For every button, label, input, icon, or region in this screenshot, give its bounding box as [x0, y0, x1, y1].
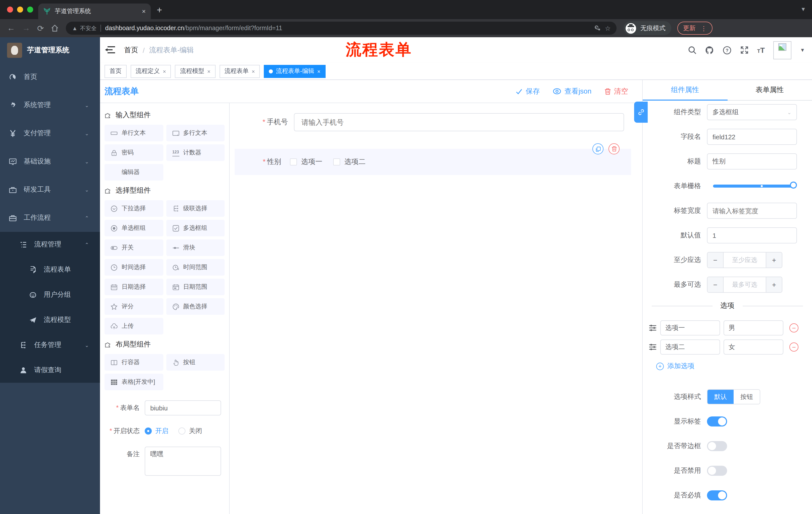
- breadcrumb-home[interactable]: 首页: [124, 46, 138, 55]
- tag-process-form-edit[interactable]: 流程表单-编辑×: [264, 64, 326, 78]
- grid-slider[interactable]: [713, 185, 793, 188]
- max-select-stepper[interactable]: −最多可选+: [707, 277, 782, 293]
- tag-close-icon[interactable]: ×: [207, 68, 210, 74]
- palette-item-table[interactable]: 表格[开发中]: [105, 374, 163, 390]
- option1-value-input[interactable]: [724, 320, 783, 335]
- remove-option-button[interactable]: −: [789, 343, 799, 352]
- tag-process-model[interactable]: 流程模型×: [175, 64, 215, 78]
- palette-item-color-picker[interactable]: 颜色选择: [166, 298, 225, 315]
- gender-option1-checkbox[interactable]: 选项一: [290, 157, 322, 166]
- min-select-stepper[interactable]: −至少应选+: [707, 252, 782, 268]
- sidebar-item-user-group[interactable]: 用户分组: [0, 282, 100, 307]
- search-icon[interactable]: [688, 46, 696, 54]
- palette-item-slider[interactable]: 滑块: [166, 239, 225, 256]
- palette-item-switch[interactable]: 开关: [105, 239, 163, 256]
- reload-icon[interactable]: ⟳: [37, 23, 44, 33]
- password-key-icon[interactable]: [594, 25, 601, 32]
- palette-item-password[interactable]: 密码: [105, 144, 163, 161]
- url-text[interactable]: dashboard.yudao.iocoder.cn/bpm/manager/f…: [105, 25, 590, 32]
- frame-caret-icon[interactable]: ▼: [801, 6, 806, 12]
- tag-home[interactable]: 首页: [105, 64, 127, 78]
- add-option-button[interactable]: + 添加选项: [643, 361, 812, 371]
- browser-update-button[interactable]: 更新 ⋮: [677, 22, 713, 35]
- component-type-select[interactable]: 多选框组⌄: [707, 104, 797, 120]
- palette-item-editor[interactable]: 编辑器: [105, 164, 163, 181]
- tag-close-icon[interactable]: ×: [252, 68, 255, 74]
- sidebar-item-leave-query[interactable]: 请假查询: [0, 358, 100, 383]
- slider-handle[interactable]: [790, 182, 797, 189]
- border-toggle[interactable]: [707, 441, 727, 451]
- sidebar-item-workflow[interactable]: 工作流程⌃: [0, 204, 100, 232]
- tag-process-definition[interactable]: 流程定义×: [130, 64, 171, 78]
- drag-handle-icon[interactable]: [649, 344, 657, 351]
- collapse-sidebar-icon[interactable]: [105, 46, 115, 54]
- option1-label-input[interactable]: [660, 320, 720, 335]
- field-name-input[interactable]: [707, 129, 797, 145]
- status-off-radio[interactable]: 关闭: [178, 427, 202, 436]
- not-secure-warning[interactable]: ▲ 不安全: [72, 24, 97, 32]
- palette-item-rate[interactable]: 评分: [105, 298, 163, 315]
- sidebar-item-devtools[interactable]: 研发工具⌄: [0, 175, 100, 204]
- browser-tab[interactable]: 芋道管理系统 ×: [38, 3, 151, 19]
- tag-process-form[interactable]: 流程表单×: [220, 64, 260, 78]
- canvas-field-phone[interactable]: 手机号: [242, 113, 624, 131]
- palette-item-date-picker[interactable]: 日期选择: [105, 279, 163, 295]
- show-label-toggle[interactable]: [707, 416, 727, 427]
- view-json-button[interactable]: 查看json: [553, 87, 591, 96]
- sidebar-item-process-model[interactable]: 流程模型: [0, 307, 100, 332]
- option-style-segment[interactable]: 默认按钮: [707, 389, 760, 404]
- tag-close-icon[interactable]: ×: [163, 68, 166, 74]
- json-link-button[interactable]: [634, 102, 648, 123]
- palette-item-date-range[interactable]: 日期范围: [166, 279, 225, 295]
- sidebar-item-home[interactable]: 首页: [0, 63, 100, 91]
- palette-item-time-picker[interactable]: 时间选择: [105, 259, 163, 276]
- palette-item-textarea[interactable]: 多行文本: [166, 125, 225, 141]
- remove-option-button[interactable]: −: [789, 323, 799, 332]
- palette-item-row-container[interactable]: 行容器: [105, 354, 163, 371]
- duplicate-component-button[interactable]: [592, 143, 604, 154]
- plus-icon[interactable]: +: [766, 277, 782, 292]
- tab-form-props[interactable]: 表单属性: [727, 80, 812, 100]
- minus-icon[interactable]: −: [707, 252, 723, 268]
- help-icon[interactable]: ?: [723, 46, 732, 55]
- forward-icon[interactable]: →: [22, 24, 30, 33]
- url-bar[interactable]: ▲ 不安全 dashboard.yudao.iocoder.cn/bpm/man…: [66, 22, 617, 35]
- drag-handle-icon[interactable]: [649, 324, 657, 331]
- gender-option2-checkbox[interactable]: 选项二: [334, 157, 366, 166]
- canvas-field-gender-selected[interactable]: 性别 选项一 选项二: [235, 149, 631, 175]
- back-icon[interactable]: ←: [7, 24, 15, 33]
- palette-item-select[interactable]: 下拉选择: [105, 200, 163, 217]
- palette-item-time-range[interactable]: 时间范围: [166, 259, 225, 276]
- palette-item-radio-group[interactable]: 单选框组: [105, 220, 163, 236]
- option2-label-input[interactable]: [660, 340, 720, 355]
- required-toggle[interactable]: [707, 490, 727, 501]
- new-tab-button[interactable]: +: [157, 5, 162, 15]
- title-input[interactable]: [707, 154, 797, 169]
- plus-icon[interactable]: +: [766, 252, 782, 268]
- tab-component-props[interactable]: 组件属性: [643, 80, 727, 100]
- sidebar-item-payment[interactable]: 支付管理⌄: [0, 119, 100, 147]
- browser-menu-icon[interactable]: ⋮: [701, 24, 707, 32]
- bookmark-star-icon[interactable]: ☆: [605, 24, 611, 32]
- sidebar-item-process-form[interactable]: 流程表单: [0, 257, 100, 282]
- window-zoom-button[interactable]: [27, 6, 33, 12]
- minus-icon[interactable]: −: [707, 277, 723, 292]
- remark-textarea[interactable]: 嘿嘿: [145, 447, 221, 476]
- palette-item-counter[interactable]: 123 计数器: [166, 144, 225, 161]
- sidebar-item-system[interactable]: 系统管理⌄: [0, 91, 100, 119]
- sidebar-item-process-mgmt[interactable]: 流程管理⌃: [0, 232, 100, 257]
- palette-item-checkbox-group[interactable]: 多选框组: [166, 220, 225, 236]
- tag-close-icon[interactable]: ×: [317, 68, 321, 74]
- palette-item-cascader[interactable]: 级联选择: [166, 200, 225, 217]
- palette-item-upload[interactable]: 上传: [105, 318, 163, 334]
- status-on-radio[interactable]: 开启: [145, 427, 168, 436]
- label-width-input[interactable]: [707, 203, 797, 219]
- home-icon[interactable]: [51, 24, 59, 32]
- palette-item-button[interactable]: 按钮: [166, 354, 225, 371]
- sidebar-item-infra[interactable]: 基础设施⌄: [0, 147, 100, 175]
- clear-button[interactable]: 清空: [605, 87, 628, 96]
- option2-value-input[interactable]: [724, 340, 783, 355]
- github-icon[interactable]: [705, 46, 714, 55]
- phone-input[interactable]: [294, 113, 624, 131]
- disabled-toggle[interactable]: [707, 466, 727, 476]
